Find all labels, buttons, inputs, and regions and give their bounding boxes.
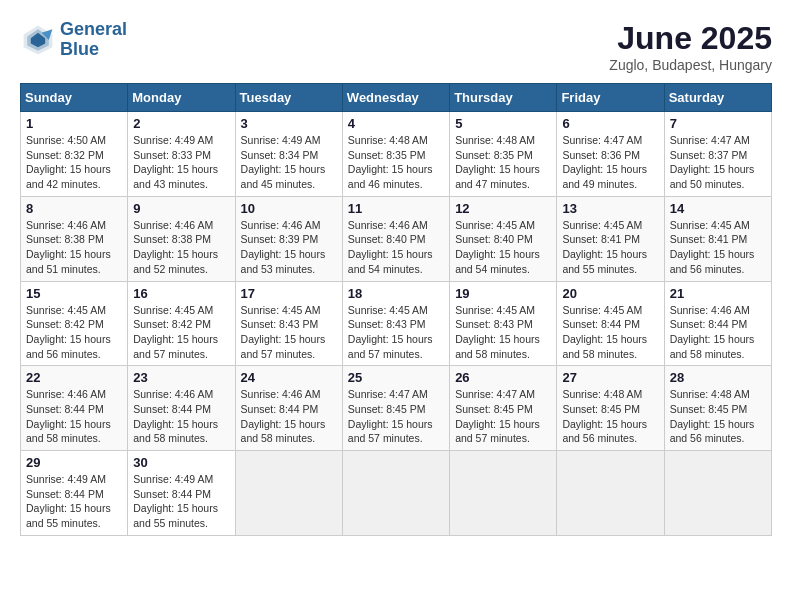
sunset-label: Sunset: 8:44 PM: [670, 318, 748, 330]
sunrise-label: Sunrise: 4:45 AM: [562, 304, 642, 316]
sunrise-label: Sunrise: 4:45 AM: [133, 304, 213, 316]
calendar-cell: 25 Sunrise: 4:47 AM Sunset: 8:45 PM Dayl…: [342, 366, 449, 451]
sunset-label: Sunset: 8:45 PM: [455, 403, 533, 415]
sunset-label: Sunset: 8:39 PM: [241, 233, 319, 245]
weekday-header-row: SundayMondayTuesdayWednesdayThursdayFrid…: [21, 84, 772, 112]
sunrise-label: Sunrise: 4:45 AM: [670, 219, 750, 231]
day-number: 23: [133, 370, 229, 385]
calendar-cell: 8 Sunrise: 4:46 AM Sunset: 8:38 PM Dayli…: [21, 196, 128, 281]
sunrise-label: Sunrise: 4:48 AM: [562, 388, 642, 400]
sunset-label: Sunset: 8:43 PM: [348, 318, 426, 330]
calendar-cell: 29 Sunrise: 4:49 AM Sunset: 8:44 PM Dayl…: [21, 451, 128, 536]
daylight-label: Daylight: 15 hours and 57 minutes.: [133, 333, 218, 360]
calendar-cell: [235, 451, 342, 536]
sunset-label: Sunset: 8:37 PM: [670, 149, 748, 161]
sunrise-label: Sunrise: 4:45 AM: [455, 219, 535, 231]
sunset-label: Sunset: 8:44 PM: [241, 403, 319, 415]
calendar-cell: 28 Sunrise: 4:48 AM Sunset: 8:45 PM Dayl…: [664, 366, 771, 451]
daylight-label: Daylight: 15 hours and 56 minutes.: [562, 418, 647, 445]
sunrise-label: Sunrise: 4:47 AM: [455, 388, 535, 400]
daylight-label: Daylight: 15 hours and 54 minutes.: [348, 248, 433, 275]
calendar-week-5: 29 Sunrise: 4:49 AM Sunset: 8:44 PM Dayl…: [21, 451, 772, 536]
daylight-label: Daylight: 15 hours and 57 minutes.: [241, 333, 326, 360]
sunrise-label: Sunrise: 4:46 AM: [670, 304, 750, 316]
day-info: Sunrise: 4:45 AM Sunset: 8:41 PM Dayligh…: [562, 218, 658, 277]
calendar-cell: 20 Sunrise: 4:45 AM Sunset: 8:44 PM Dayl…: [557, 281, 664, 366]
sunrise-label: Sunrise: 4:45 AM: [241, 304, 321, 316]
day-number: 19: [455, 286, 551, 301]
day-info: Sunrise: 4:45 AM Sunset: 8:42 PM Dayligh…: [26, 303, 122, 362]
daylight-label: Daylight: 15 hours and 42 minutes.: [26, 163, 111, 190]
calendar-cell: 5 Sunrise: 4:48 AM Sunset: 8:35 PM Dayli…: [450, 112, 557, 197]
calendar-cell: 7 Sunrise: 4:47 AM Sunset: 8:37 PM Dayli…: [664, 112, 771, 197]
sunset-label: Sunset: 8:41 PM: [562, 233, 640, 245]
sunset-label: Sunset: 8:34 PM: [241, 149, 319, 161]
calendar-cell: 6 Sunrise: 4:47 AM Sunset: 8:36 PM Dayli…: [557, 112, 664, 197]
sunrise-label: Sunrise: 4:47 AM: [348, 388, 428, 400]
sunset-label: Sunset: 8:33 PM: [133, 149, 211, 161]
day-info: Sunrise: 4:46 AM Sunset: 8:44 PM Dayligh…: [670, 303, 766, 362]
daylight-label: Daylight: 15 hours and 56 minutes.: [26, 333, 111, 360]
day-info: Sunrise: 4:49 AM Sunset: 8:33 PM Dayligh…: [133, 133, 229, 192]
sunset-label: Sunset: 8:32 PM: [26, 149, 104, 161]
daylight-label: Daylight: 15 hours and 46 minutes.: [348, 163, 433, 190]
day-info: Sunrise: 4:48 AM Sunset: 8:35 PM Dayligh…: [455, 133, 551, 192]
sunrise-label: Sunrise: 4:45 AM: [348, 304, 428, 316]
sunset-label: Sunset: 8:45 PM: [348, 403, 426, 415]
day-info: Sunrise: 4:45 AM Sunset: 8:43 PM Dayligh…: [241, 303, 337, 362]
sunset-label: Sunset: 8:35 PM: [348, 149, 426, 161]
sunset-label: Sunset: 8:43 PM: [241, 318, 319, 330]
day-number: 29: [26, 455, 122, 470]
sunrise-label: Sunrise: 4:46 AM: [26, 219, 106, 231]
day-info: Sunrise: 4:45 AM Sunset: 8:40 PM Dayligh…: [455, 218, 551, 277]
sunset-label: Sunset: 8:43 PM: [455, 318, 533, 330]
day-info: Sunrise: 4:46 AM Sunset: 8:44 PM Dayligh…: [241, 387, 337, 446]
calendar-cell: 27 Sunrise: 4:48 AM Sunset: 8:45 PM Dayl…: [557, 366, 664, 451]
daylight-label: Daylight: 15 hours and 55 minutes.: [26, 502, 111, 529]
daylight-label: Daylight: 15 hours and 54 minutes.: [455, 248, 540, 275]
weekday-header-friday: Friday: [557, 84, 664, 112]
daylight-label: Daylight: 15 hours and 56 minutes.: [670, 418, 755, 445]
weekday-header-tuesday: Tuesday: [235, 84, 342, 112]
sunrise-label: Sunrise: 4:48 AM: [455, 134, 535, 146]
weekday-header-monday: Monday: [128, 84, 235, 112]
title-area: June 2025 Zuglo, Budapest, Hungary: [609, 20, 772, 73]
sunset-label: Sunset: 8:42 PM: [133, 318, 211, 330]
daylight-label: Daylight: 15 hours and 50 minutes.: [670, 163, 755, 190]
day-info: Sunrise: 4:49 AM Sunset: 8:44 PM Dayligh…: [26, 472, 122, 531]
calendar-cell: 17 Sunrise: 4:45 AM Sunset: 8:43 PM Dayl…: [235, 281, 342, 366]
calendar-cell: 15 Sunrise: 4:45 AM Sunset: 8:42 PM Dayl…: [21, 281, 128, 366]
calendar-cell: 22 Sunrise: 4:46 AM Sunset: 8:44 PM Dayl…: [21, 366, 128, 451]
sunrise-label: Sunrise: 4:49 AM: [133, 473, 213, 485]
day-number: 11: [348, 201, 444, 216]
calendar-cell: 4 Sunrise: 4:48 AM Sunset: 8:35 PM Dayli…: [342, 112, 449, 197]
logo-icon: [20, 22, 56, 58]
daylight-label: Daylight: 15 hours and 47 minutes.: [455, 163, 540, 190]
day-number: 9: [133, 201, 229, 216]
day-number: 7: [670, 116, 766, 131]
sunset-label: Sunset: 8:42 PM: [26, 318, 104, 330]
calendar-cell: 26 Sunrise: 4:47 AM Sunset: 8:45 PM Dayl…: [450, 366, 557, 451]
logo-text: General Blue: [60, 20, 127, 60]
day-number: 4: [348, 116, 444, 131]
sunrise-label: Sunrise: 4:49 AM: [241, 134, 321, 146]
day-number: 6: [562, 116, 658, 131]
logo-line1: General: [60, 19, 127, 39]
calendar-cell: 11 Sunrise: 4:46 AM Sunset: 8:40 PM Dayl…: [342, 196, 449, 281]
location-title: Zuglo, Budapest, Hungary: [609, 57, 772, 73]
daylight-label: Daylight: 15 hours and 57 minutes.: [348, 333, 433, 360]
sunrise-label: Sunrise: 4:49 AM: [133, 134, 213, 146]
daylight-label: Daylight: 15 hours and 58 minutes.: [241, 418, 326, 445]
daylight-label: Daylight: 15 hours and 52 minutes.: [133, 248, 218, 275]
calendar-cell: 30 Sunrise: 4:49 AM Sunset: 8:44 PM Dayl…: [128, 451, 235, 536]
sunrise-label: Sunrise: 4:46 AM: [241, 219, 321, 231]
day-info: Sunrise: 4:49 AM Sunset: 8:34 PM Dayligh…: [241, 133, 337, 192]
page-header: General Blue June 2025 Zuglo, Budapest, …: [20, 20, 772, 73]
sunrise-label: Sunrise: 4:47 AM: [670, 134, 750, 146]
calendar-cell: [664, 451, 771, 536]
sunrise-label: Sunrise: 4:46 AM: [241, 388, 321, 400]
daylight-label: Daylight: 15 hours and 58 minutes.: [133, 418, 218, 445]
daylight-label: Daylight: 15 hours and 55 minutes.: [133, 502, 218, 529]
day-number: 16: [133, 286, 229, 301]
day-number: 22: [26, 370, 122, 385]
